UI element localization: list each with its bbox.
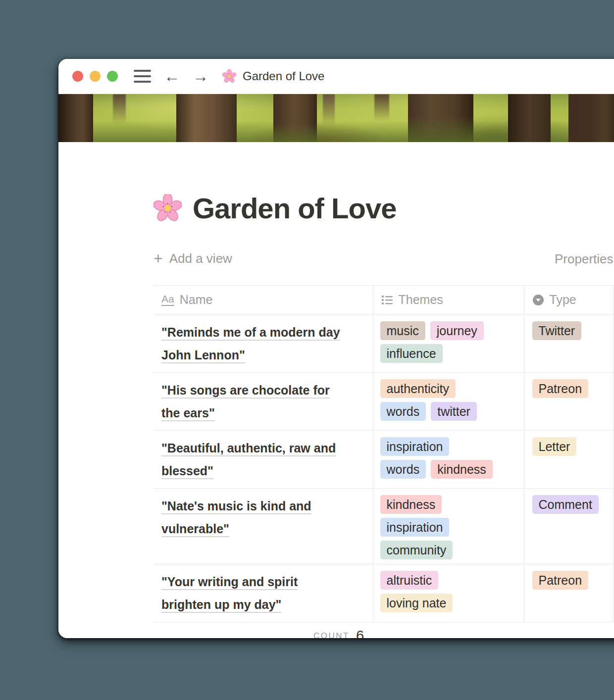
row-title[interactable]: the ears" bbox=[161, 406, 215, 420]
row-title[interactable]: "His songs are chocolate for bbox=[161, 383, 330, 397]
tree-trunk bbox=[176, 94, 237, 142]
type-cell[interactable]: Twitter bbox=[524, 315, 613, 373]
row-title[interactable]: "Nate's music is kind and bbox=[161, 499, 311, 513]
select-icon bbox=[532, 294, 544, 306]
table-row[interactable]: "Nate's music is kind andvulnerable" kin… bbox=[154, 489, 614, 564]
zoom-button[interactable] bbox=[107, 71, 118, 82]
page-title: Garden of Love bbox=[193, 192, 396, 225]
theme-tag: kindness bbox=[431, 460, 493, 479]
name-cell[interactable]: "Nate's music is kind andvulnerable" bbox=[154, 489, 373, 564]
page-content: Garden of Love + Add a view Properties A… bbox=[58, 192, 614, 638]
column-header-name[interactable]: Aa Name bbox=[154, 286, 373, 315]
properties-button[interactable]: Properties bbox=[555, 251, 614, 267]
themes-cell[interactable]: kindnessinspirationcommunity bbox=[373, 489, 524, 564]
tree-trunk bbox=[568, 94, 614, 142]
theme-tag: altruistic bbox=[380, 571, 439, 590]
theme-tag: twitter bbox=[431, 402, 477, 421]
row-title[interactable]: John Lennon" bbox=[161, 348, 245, 362]
theme-tag: community bbox=[380, 541, 453, 559]
name-cell[interactable]: "His songs are chocolate forthe ears" bbox=[154, 373, 373, 431]
type-cell[interactable]: Letter bbox=[524, 431, 613, 489]
type-tag: Patreon bbox=[532, 571, 589, 590]
column-header-themes[interactable]: Themes bbox=[373, 286, 524, 315]
themes-cell[interactable]: musicjourneyinfluence bbox=[373, 315, 524, 373]
row-title[interactable]: "Beautiful, authentic, raw and bbox=[161, 441, 336, 455]
page-emoji-flower-icon[interactable] bbox=[154, 194, 182, 222]
minimize-button[interactable] bbox=[90, 71, 101, 82]
table-footer[interactable]: COUNT 6 bbox=[58, 622, 614, 638]
tree-trunk bbox=[273, 94, 317, 142]
tree-trunk bbox=[374, 94, 389, 121]
tree-trunk bbox=[323, 94, 335, 126]
themes-cell[interactable]: altruisticloving nate bbox=[373, 564, 524, 622]
type-cell[interactable]: Patreon bbox=[524, 564, 613, 622]
tree-trunk bbox=[408, 94, 473, 142]
back-arrow-icon[interactable]: ← bbox=[164, 68, 180, 84]
theme-tag: words bbox=[380, 460, 426, 479]
name-cell[interactable]: "Your writing and spiritbrighten up my d… bbox=[154, 564, 373, 622]
database-table: Aa Name bbox=[154, 285, 614, 622]
cover-image bbox=[58, 94, 614, 142]
close-button[interactable] bbox=[72, 71, 83, 82]
name-cell[interactable]: "Beautiful, authentic, raw andblessed" bbox=[154, 431, 373, 489]
table-row[interactable]: "Reminds me of a modern dayJohn Lennon" … bbox=[154, 315, 614, 373]
column-header-type[interactable]: Type bbox=[524, 286, 613, 315]
themes-cell[interactable]: inspirationwordskindness bbox=[373, 431, 524, 489]
theme-tag: journey bbox=[430, 321, 484, 340]
type-cell[interactable]: Comment bbox=[524, 489, 613, 564]
theme-tag: kindness bbox=[380, 495, 442, 514]
type-tag: Patreon bbox=[532, 379, 589, 398]
table-row[interactable]: "Beautiful, authentic, raw andblessed" i… bbox=[154, 431, 614, 489]
theme-tag: influence bbox=[380, 344, 443, 363]
row-title[interactable]: "Reminds me of a modern day bbox=[161, 325, 340, 339]
traffic-lights bbox=[72, 71, 118, 82]
add-view-button[interactable]: + Add a view bbox=[154, 250, 232, 266]
app-window: ← → Garden of Love Garden of Love + Add … bbox=[58, 59, 614, 638]
theme-tag: music bbox=[380, 321, 425, 340]
tree-trunk bbox=[58, 94, 93, 142]
theme-tag: loving nate bbox=[380, 594, 453, 612]
row-title[interactable]: brighten up my day" bbox=[161, 598, 281, 611]
count-value: 6 bbox=[356, 628, 364, 638]
multi-select-icon bbox=[381, 294, 393, 306]
theme-tag: inspiration bbox=[380, 437, 450, 456]
name-cell[interactable]: "Reminds me of a modern dayJohn Lennon" bbox=[154, 315, 373, 373]
flower-icon bbox=[222, 69, 236, 83]
desktop-background: { "titlebar": { "title": "Garden of Love… bbox=[0, 0, 614, 700]
type-tag: Comment bbox=[532, 495, 599, 514]
row-title[interactable]: "Your writing and spirit bbox=[161, 575, 298, 589]
theme-tag: inspiration bbox=[380, 518, 450, 537]
theme-tag: authenticity bbox=[380, 379, 456, 398]
window-titlebar: ← → Garden of Love bbox=[58, 59, 614, 94]
themes-cell[interactable]: authenticitywordstwitter bbox=[373, 373, 524, 431]
table-row[interactable]: "His songs are chocolate forthe ears" au… bbox=[154, 373, 614, 431]
type-tag: Letter bbox=[532, 437, 577, 456]
forward-arrow-icon[interactable]: → bbox=[193, 68, 208, 84]
tree-trunk bbox=[113, 94, 126, 124]
type-tag: Twitter bbox=[532, 321, 582, 340]
theme-tag: words bbox=[380, 402, 426, 421]
table-row[interactable]: "Your writing and spiritbrighten up my d… bbox=[154, 564, 614, 622]
menu-icon[interactable] bbox=[134, 70, 151, 83]
window-title: Garden of Love bbox=[243, 69, 324, 83]
tree-trunk bbox=[508, 94, 551, 142]
title-property-icon: Aa bbox=[161, 294, 174, 306]
count-label: COUNT bbox=[313, 631, 350, 639]
plus-icon: + bbox=[154, 250, 163, 266]
table-header-row: Aa Name bbox=[154, 286, 614, 315]
row-title[interactable]: blessed" bbox=[161, 464, 213, 478]
row-title[interactable]: vulnerable" bbox=[161, 522, 229, 536]
type-cell[interactable]: Patreon bbox=[524, 373, 613, 431]
